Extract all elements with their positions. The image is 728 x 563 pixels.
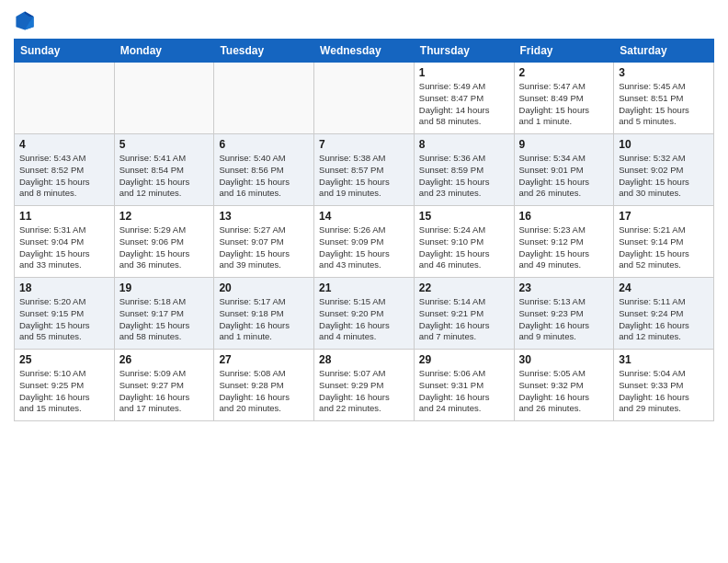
day-info: Sunrise: 5:14 AM Sunset: 9:21 PM Dayligh…	[419, 296, 509, 343]
weekday-header: Sunday	[15, 40, 115, 63]
header-row: SundayMondayTuesdayWednesdayThursdayFrid…	[15, 40, 714, 63]
calendar-day-cell: 6Sunrise: 5:40 AM Sunset: 8:56 PM Daylig…	[214, 134, 314, 206]
day-number: 12	[119, 210, 210, 223]
calendar-week-row: 25Sunrise: 5:10 AM Sunset: 9:25 PM Dayli…	[15, 350, 714, 421]
calendar-day-cell	[15, 63, 115, 134]
day-info: Sunrise: 5:15 AM Sunset: 9:20 PM Dayligh…	[319, 296, 409, 343]
weekday-header: Tuesday	[214, 40, 314, 63]
day-number: 10	[619, 138, 709, 151]
day-number: 1	[419, 66, 509, 79]
calendar-day-cell: 15Sunrise: 5:24 AM Sunset: 9:10 PM Dayli…	[414, 206, 514, 278]
day-info: Sunrise: 5:08 AM Sunset: 9:28 PM Dayligh…	[219, 368, 309, 415]
day-number: 28	[319, 353, 409, 366]
day-info: Sunrise: 5:26 AM Sunset: 9:09 PM Dayligh…	[319, 224, 409, 271]
calendar-day-cell: 24Sunrise: 5:11 AM Sunset: 9:24 PM Dayli…	[614, 278, 714, 350]
day-info: Sunrise: 5:05 AM Sunset: 9:32 PM Dayligh…	[519, 368, 609, 415]
day-number: 29	[419, 353, 509, 366]
day-number: 24	[619, 282, 709, 294]
day-info: Sunrise: 5:45 AM Sunset: 8:51 PM Dayligh…	[619, 81, 709, 128]
calendar-day-cell: 3Sunrise: 5:45 AM Sunset: 8:51 PM Daylig…	[614, 63, 714, 134]
day-info: Sunrise: 5:36 AM Sunset: 8:59 PM Dayligh…	[419, 153, 509, 200]
day-number: 23	[519, 282, 609, 294]
day-number: 2	[519, 66, 609, 79]
weekday-header: Monday	[114, 40, 214, 63]
day-number: 31	[619, 353, 709, 366]
calendar-day-cell: 17Sunrise: 5:21 AM Sunset: 9:14 PM Dayli…	[614, 206, 714, 278]
day-info: Sunrise: 5:09 AM Sunset: 9:27 PM Dayligh…	[119, 368, 210, 415]
day-info: Sunrise: 5:32 AM Sunset: 9:02 PM Dayligh…	[619, 153, 709, 200]
day-number: 21	[319, 282, 409, 294]
day-info: Sunrise: 5:23 AM Sunset: 9:12 PM Dayligh…	[519, 224, 609, 271]
day-info: Sunrise: 5:47 AM Sunset: 8:49 PM Dayligh…	[519, 81, 609, 128]
calendar-week-row: 11Sunrise: 5:31 AM Sunset: 9:04 PM Dayli…	[15, 206, 714, 278]
day-number: 8	[419, 138, 509, 151]
day-number: 13	[219, 210, 309, 223]
day-number: 7	[319, 138, 409, 151]
calendar-day-cell: 30Sunrise: 5:05 AM Sunset: 9:32 PM Dayli…	[514, 350, 614, 421]
day-number: 27	[219, 353, 309, 366]
calendar-day-cell: 25Sunrise: 5:10 AM Sunset: 9:25 PM Dayli…	[15, 350, 115, 421]
day-info: Sunrise: 5:27 AM Sunset: 9:07 PM Dayligh…	[219, 224, 309, 271]
calendar-week-row: 18Sunrise: 5:20 AM Sunset: 9:15 PM Dayli…	[15, 278, 714, 350]
calendar-day-cell: 27Sunrise: 5:08 AM Sunset: 9:28 PM Dayli…	[214, 350, 314, 421]
weekday-header: Saturday	[614, 40, 714, 63]
calendar-day-cell: 5Sunrise: 5:41 AM Sunset: 8:54 PM Daylig…	[114, 134, 214, 206]
day-info: Sunrise: 5:13 AM Sunset: 9:23 PM Dayligh…	[519, 296, 609, 343]
day-info: Sunrise: 5:21 AM Sunset: 9:14 PM Dayligh…	[619, 224, 709, 271]
day-info: Sunrise: 5:10 AM Sunset: 9:25 PM Dayligh…	[19, 368, 109, 415]
day-info: Sunrise: 5:40 AM Sunset: 8:56 PM Dayligh…	[219, 153, 309, 200]
day-number: 20	[219, 282, 309, 294]
calendar-day-cell: 7Sunrise: 5:38 AM Sunset: 8:57 PM Daylig…	[314, 134, 415, 206]
calendar-day-cell: 28Sunrise: 5:07 AM Sunset: 9:29 PM Dayli…	[314, 350, 415, 421]
day-info: Sunrise: 5:24 AM Sunset: 9:10 PM Dayligh…	[419, 224, 509, 271]
calendar-day-cell: 16Sunrise: 5:23 AM Sunset: 9:12 PM Dayli…	[514, 206, 614, 278]
calendar: SundayMondayTuesdayWednesdayThursdayFrid…	[14, 39, 714, 421]
day-number: 9	[519, 138, 609, 151]
day-number: 15	[419, 210, 509, 223]
calendar-day-cell: 19Sunrise: 5:18 AM Sunset: 9:17 PM Dayli…	[114, 278, 214, 350]
day-info: Sunrise: 5:06 AM Sunset: 9:31 PM Dayligh…	[419, 368, 509, 415]
day-info: Sunrise: 5:34 AM Sunset: 9:01 PM Dayligh…	[519, 153, 609, 200]
weekday-header: Thursday	[414, 40, 514, 63]
day-info: Sunrise: 5:38 AM Sunset: 8:57 PM Dayligh…	[319, 153, 409, 200]
weekday-header: Friday	[514, 40, 614, 63]
page: SundayMondayTuesdayWednesdayThursdayFrid…	[0, 0, 728, 563]
calendar-day-cell	[214, 63, 314, 134]
day-number: 18	[19, 282, 109, 294]
day-info: Sunrise: 5:07 AM Sunset: 9:29 PM Dayligh…	[319, 368, 409, 415]
calendar-body: 1Sunrise: 5:49 AM Sunset: 8:47 PM Daylig…	[15, 63, 714, 421]
calendar-day-cell: 4Sunrise: 5:43 AM Sunset: 8:52 PM Daylig…	[15, 134, 115, 206]
day-info: Sunrise: 5:41 AM Sunset: 8:54 PM Dayligh…	[119, 153, 210, 200]
weekday-header: Wednesday	[314, 40, 415, 63]
day-info: Sunrise: 5:43 AM Sunset: 8:52 PM Dayligh…	[19, 153, 109, 200]
day-number: 16	[519, 210, 609, 223]
calendar-day-cell: 2Sunrise: 5:47 AM Sunset: 8:49 PM Daylig…	[514, 63, 614, 134]
calendar-day-cell: 8Sunrise: 5:36 AM Sunset: 8:59 PM Daylig…	[414, 134, 514, 206]
calendar-day-cell: 21Sunrise: 5:15 AM Sunset: 9:20 PM Dayli…	[314, 278, 415, 350]
calendar-day-cell: 10Sunrise: 5:32 AM Sunset: 9:02 PM Dayli…	[614, 134, 714, 206]
day-info: Sunrise: 5:20 AM Sunset: 9:15 PM Dayligh…	[19, 296, 109, 343]
calendar-day-cell: 11Sunrise: 5:31 AM Sunset: 9:04 PM Dayli…	[15, 206, 115, 278]
calendar-header: SundayMondayTuesdayWednesdayThursdayFrid…	[15, 40, 714, 63]
calendar-day-cell	[114, 63, 214, 134]
calendar-day-cell: 31Sunrise: 5:04 AM Sunset: 9:33 PM Dayli…	[614, 350, 714, 421]
calendar-week-row: 4Sunrise: 5:43 AM Sunset: 8:52 PM Daylig…	[15, 134, 714, 206]
calendar-day-cell: 14Sunrise: 5:26 AM Sunset: 9:09 PM Dayli…	[314, 206, 415, 278]
calendar-day-cell: 13Sunrise: 5:27 AM Sunset: 9:07 PM Dayli…	[214, 206, 314, 278]
calendar-day-cell: 12Sunrise: 5:29 AM Sunset: 9:06 PM Dayli…	[114, 206, 214, 278]
day-number: 30	[519, 353, 609, 366]
day-info: Sunrise: 5:11 AM Sunset: 9:24 PM Dayligh…	[619, 296, 709, 343]
day-number: 26	[119, 353, 210, 366]
day-number: 6	[219, 138, 309, 151]
calendar-day-cell: 22Sunrise: 5:14 AM Sunset: 9:21 PM Dayli…	[414, 278, 514, 350]
day-number: 22	[419, 282, 509, 294]
day-number: 17	[619, 210, 709, 223]
day-number: 5	[119, 138, 210, 151]
day-number: 4	[19, 138, 109, 151]
calendar-day-cell: 20Sunrise: 5:17 AM Sunset: 9:18 PM Dayli…	[214, 278, 314, 350]
day-info: Sunrise: 5:18 AM Sunset: 9:17 PM Dayligh…	[119, 296, 210, 343]
day-number: 14	[319, 210, 409, 223]
calendar-day-cell: 29Sunrise: 5:06 AM Sunset: 9:31 PM Dayli…	[414, 350, 514, 421]
calendar-day-cell: 26Sunrise: 5:09 AM Sunset: 9:27 PM Dayli…	[114, 350, 214, 421]
day-info: Sunrise: 5:04 AM Sunset: 9:33 PM Dayligh…	[619, 368, 709, 415]
